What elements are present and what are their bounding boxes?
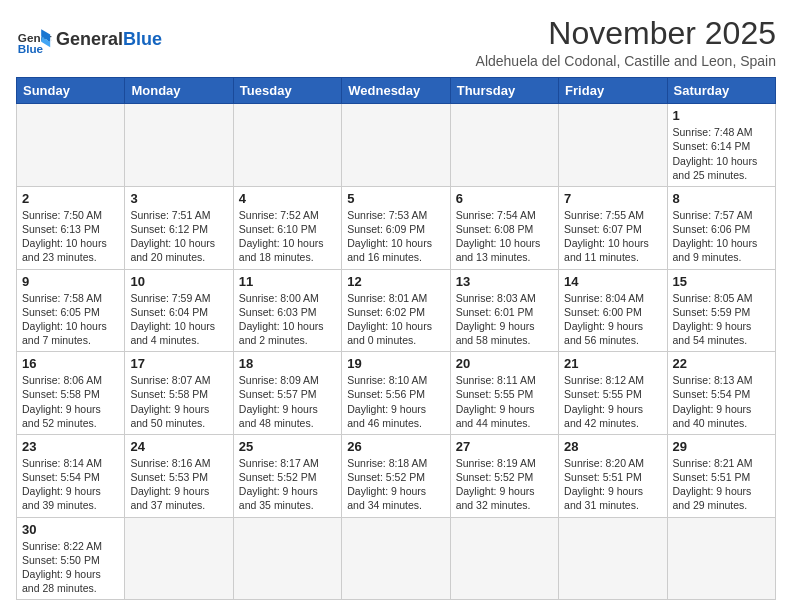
day-info: Sunrise: 8:10 AM Sunset: 5:56 PM Dayligh… bbox=[347, 373, 444, 430]
calendar-week-4: 16Sunrise: 8:06 AM Sunset: 5:58 PM Dayli… bbox=[17, 352, 776, 435]
day-number: 14 bbox=[564, 274, 661, 289]
calendar-day-cell bbox=[342, 104, 450, 187]
calendar-table: SundayMondayTuesdayWednesdayThursdayFrid… bbox=[16, 77, 776, 600]
day-number: 24 bbox=[130, 439, 227, 454]
weekday-header-sunday: Sunday bbox=[17, 78, 125, 104]
calendar-day-cell: 18Sunrise: 8:09 AM Sunset: 5:57 PM Dayli… bbox=[233, 352, 341, 435]
day-info: Sunrise: 7:58 AM Sunset: 6:05 PM Dayligh… bbox=[22, 291, 119, 348]
calendar-day-cell: 21Sunrise: 8:12 AM Sunset: 5:55 PM Dayli… bbox=[559, 352, 667, 435]
day-number: 30 bbox=[22, 522, 119, 537]
day-info: Sunrise: 8:21 AM Sunset: 5:51 PM Dayligh… bbox=[673, 456, 770, 513]
day-info: Sunrise: 7:51 AM Sunset: 6:12 PM Dayligh… bbox=[130, 208, 227, 265]
day-number: 28 bbox=[564, 439, 661, 454]
weekday-header-row: SundayMondayTuesdayWednesdayThursdayFrid… bbox=[17, 78, 776, 104]
day-number: 12 bbox=[347, 274, 444, 289]
day-info: Sunrise: 8:01 AM Sunset: 6:02 PM Dayligh… bbox=[347, 291, 444, 348]
day-number: 8 bbox=[673, 191, 770, 206]
day-info: Sunrise: 8:20 AM Sunset: 5:51 PM Dayligh… bbox=[564, 456, 661, 513]
day-number: 2 bbox=[22, 191, 119, 206]
day-info: Sunrise: 8:19 AM Sunset: 5:52 PM Dayligh… bbox=[456, 456, 553, 513]
day-number: 13 bbox=[456, 274, 553, 289]
day-number: 11 bbox=[239, 274, 336, 289]
day-info: Sunrise: 8:11 AM Sunset: 5:55 PM Dayligh… bbox=[456, 373, 553, 430]
calendar-week-6: 30Sunrise: 8:22 AM Sunset: 5:50 PM Dayli… bbox=[17, 517, 776, 600]
day-number: 21 bbox=[564, 356, 661, 371]
weekday-header-wednesday: Wednesday bbox=[342, 78, 450, 104]
calendar-day-cell: 25Sunrise: 8:17 AM Sunset: 5:52 PM Dayli… bbox=[233, 434, 341, 517]
calendar-day-cell: 27Sunrise: 8:19 AM Sunset: 5:52 PM Dayli… bbox=[450, 434, 558, 517]
location-title: Aldehuela del Codonal, Castille and Leon… bbox=[476, 53, 776, 69]
day-number: 16 bbox=[22, 356, 119, 371]
day-info: Sunrise: 8:18 AM Sunset: 5:52 PM Dayligh… bbox=[347, 456, 444, 513]
day-info: Sunrise: 8:22 AM Sunset: 5:50 PM Dayligh… bbox=[22, 539, 119, 596]
day-number: 29 bbox=[673, 439, 770, 454]
day-info: Sunrise: 8:13 AM Sunset: 5:54 PM Dayligh… bbox=[673, 373, 770, 430]
day-number: 19 bbox=[347, 356, 444, 371]
calendar-day-cell bbox=[233, 104, 341, 187]
day-number: 10 bbox=[130, 274, 227, 289]
calendar-day-cell: 6Sunrise: 7:54 AM Sunset: 6:08 PM Daylig… bbox=[450, 186, 558, 269]
calendar-day-cell: 2Sunrise: 7:50 AM Sunset: 6:13 PM Daylig… bbox=[17, 186, 125, 269]
day-number: 9 bbox=[22, 274, 119, 289]
weekday-header-monday: Monday bbox=[125, 78, 233, 104]
day-number: 23 bbox=[22, 439, 119, 454]
day-number: 22 bbox=[673, 356, 770, 371]
day-number: 26 bbox=[347, 439, 444, 454]
calendar-week-5: 23Sunrise: 8:14 AM Sunset: 5:54 PM Dayli… bbox=[17, 434, 776, 517]
calendar-day-cell: 11Sunrise: 8:00 AM Sunset: 6:03 PM Dayli… bbox=[233, 269, 341, 352]
calendar-day-cell: 22Sunrise: 8:13 AM Sunset: 5:54 PM Dayli… bbox=[667, 352, 775, 435]
calendar-day-cell: 3Sunrise: 7:51 AM Sunset: 6:12 PM Daylig… bbox=[125, 186, 233, 269]
day-info: Sunrise: 8:17 AM Sunset: 5:52 PM Dayligh… bbox=[239, 456, 336, 513]
page-header: General Blue GeneralBlue November 2025 A… bbox=[16, 16, 776, 69]
calendar-day-cell: 5Sunrise: 7:53 AM Sunset: 6:09 PM Daylig… bbox=[342, 186, 450, 269]
day-info: Sunrise: 7:59 AM Sunset: 6:04 PM Dayligh… bbox=[130, 291, 227, 348]
calendar-day-cell bbox=[559, 104, 667, 187]
day-info: Sunrise: 7:54 AM Sunset: 6:08 PM Dayligh… bbox=[456, 208, 553, 265]
calendar-day-cell: 4Sunrise: 7:52 AM Sunset: 6:10 PM Daylig… bbox=[233, 186, 341, 269]
day-info: Sunrise: 8:12 AM Sunset: 5:55 PM Dayligh… bbox=[564, 373, 661, 430]
day-info: Sunrise: 8:07 AM Sunset: 5:58 PM Dayligh… bbox=[130, 373, 227, 430]
calendar-day-cell bbox=[559, 517, 667, 600]
calendar-day-cell: 29Sunrise: 8:21 AM Sunset: 5:51 PM Dayli… bbox=[667, 434, 775, 517]
calendar-week-1: 1Sunrise: 7:48 AM Sunset: 6:14 PM Daylig… bbox=[17, 104, 776, 187]
weekday-header-tuesday: Tuesday bbox=[233, 78, 341, 104]
day-info: Sunrise: 7:55 AM Sunset: 6:07 PM Dayligh… bbox=[564, 208, 661, 265]
calendar-day-cell bbox=[667, 517, 775, 600]
calendar-day-cell: 26Sunrise: 8:18 AM Sunset: 5:52 PM Dayli… bbox=[342, 434, 450, 517]
weekday-header-friday: Friday bbox=[559, 78, 667, 104]
calendar-day-cell: 13Sunrise: 8:03 AM Sunset: 6:01 PM Dayli… bbox=[450, 269, 558, 352]
calendar-day-cell bbox=[125, 104, 233, 187]
calendar-day-cell bbox=[17, 104, 125, 187]
day-info: Sunrise: 7:52 AM Sunset: 6:10 PM Dayligh… bbox=[239, 208, 336, 265]
day-number: 27 bbox=[456, 439, 553, 454]
month-title: November 2025 bbox=[476, 16, 776, 51]
calendar-day-cell: 24Sunrise: 8:16 AM Sunset: 5:53 PM Dayli… bbox=[125, 434, 233, 517]
weekday-header-thursday: Thursday bbox=[450, 78, 558, 104]
calendar-day-cell bbox=[125, 517, 233, 600]
calendar-day-cell: 20Sunrise: 8:11 AM Sunset: 5:55 PM Dayli… bbox=[450, 352, 558, 435]
calendar-day-cell: 7Sunrise: 7:55 AM Sunset: 6:07 PM Daylig… bbox=[559, 186, 667, 269]
calendar-day-cell: 28Sunrise: 8:20 AM Sunset: 5:51 PM Dayli… bbox=[559, 434, 667, 517]
calendar-day-cell: 9Sunrise: 7:58 AM Sunset: 6:05 PM Daylig… bbox=[17, 269, 125, 352]
day-number: 18 bbox=[239, 356, 336, 371]
logo-text: GeneralBlue bbox=[56, 30, 162, 50]
day-info: Sunrise: 8:05 AM Sunset: 5:59 PM Dayligh… bbox=[673, 291, 770, 348]
calendar-day-cell bbox=[450, 104, 558, 187]
calendar-day-cell bbox=[450, 517, 558, 600]
calendar-day-cell: 30Sunrise: 8:22 AM Sunset: 5:50 PM Dayli… bbox=[17, 517, 125, 600]
day-info: Sunrise: 8:00 AM Sunset: 6:03 PM Dayligh… bbox=[239, 291, 336, 348]
calendar-day-cell: 23Sunrise: 8:14 AM Sunset: 5:54 PM Dayli… bbox=[17, 434, 125, 517]
day-number: 7 bbox=[564, 191, 661, 206]
logo-icon: General Blue bbox=[16, 22, 52, 58]
day-info: Sunrise: 8:03 AM Sunset: 6:01 PM Dayligh… bbox=[456, 291, 553, 348]
calendar-day-cell: 1Sunrise: 7:48 AM Sunset: 6:14 PM Daylig… bbox=[667, 104, 775, 187]
day-number: 6 bbox=[456, 191, 553, 206]
calendar-day-cell: 10Sunrise: 7:59 AM Sunset: 6:04 PM Dayli… bbox=[125, 269, 233, 352]
day-info: Sunrise: 7:50 AM Sunset: 6:13 PM Dayligh… bbox=[22, 208, 119, 265]
calendar-day-cell: 16Sunrise: 8:06 AM Sunset: 5:58 PM Dayli… bbox=[17, 352, 125, 435]
day-info: Sunrise: 7:57 AM Sunset: 6:06 PM Dayligh… bbox=[673, 208, 770, 265]
calendar-day-cell: 15Sunrise: 8:05 AM Sunset: 5:59 PM Dayli… bbox=[667, 269, 775, 352]
calendar-day-cell: 17Sunrise: 8:07 AM Sunset: 5:58 PM Dayli… bbox=[125, 352, 233, 435]
day-number: 4 bbox=[239, 191, 336, 206]
logo: General Blue GeneralBlue bbox=[16, 22, 162, 58]
